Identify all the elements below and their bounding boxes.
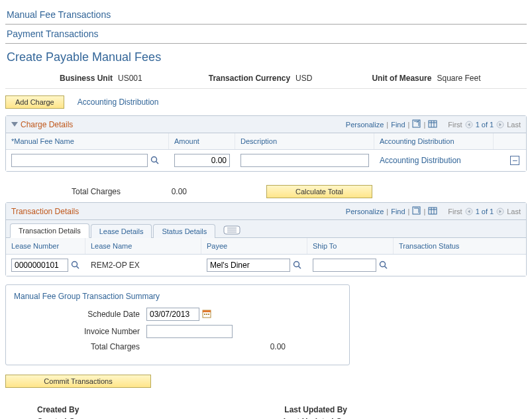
divider: [5, 88, 527, 89]
pager-prev-icon: [465, 121, 473, 129]
svg-rect-13: [429, 208, 437, 214]
schedule-date-input[interactable]: [146, 308, 199, 321]
pager-last: Last: [507, 121, 521, 129]
invoice-number-label: Invoice Number: [14, 327, 146, 336]
charge-row: Accounting Distribution −: [6, 150, 526, 171]
pager-counter: 1 of 1: [476, 208, 494, 215]
svg-line-30: [385, 267, 388, 269]
pager-last: Last: [507, 208, 521, 215]
uom-label: Unit of Measure: [372, 74, 431, 83]
lookup-icon[interactable]: [150, 156, 160, 165]
pager-counter: 1 of 1: [476, 121, 494, 129]
svg-point-25: [72, 262, 78, 267]
created-by-label: Created By: [37, 405, 79, 414]
col-amount[interactable]: Amount: [169, 133, 235, 149]
lease-name-value: REM2-OP EX: [91, 261, 140, 270]
lookup-icon[interactable]: [379, 261, 388, 270]
commit-transactions-button[interactable]: Commit Transactions: [5, 375, 151, 388]
lease-number-input[interactable]: [11, 259, 68, 272]
page-title: Create Payable Manual Fees: [7, 50, 525, 64]
total-charges-value-box: 0.00: [146, 342, 286, 351]
amount-input[interactable]: [174, 154, 230, 167]
lookup-icon[interactable]: [293, 261, 302, 270]
tab-status-details[interactable]: Status Details: [153, 224, 215, 238]
currency-label: Transaction Currency: [209, 74, 290, 83]
payee-input[interactable]: [207, 259, 290, 272]
col-accounting-distribution[interactable]: Accounting Distribution: [374, 133, 494, 149]
svg-rect-34: [206, 314, 207, 315]
summary-box-title: Manual Fee Group Transaction Summary: [14, 292, 341, 301]
schedule-date-label: Schedule Date: [14, 310, 146, 319]
pager-prev-icon: [465, 208, 473, 215]
col-lease-number[interactable]: Lease Number: [6, 238, 85, 254]
download-icon[interactable]: [428, 207, 437, 216]
svg-point-10: [152, 157, 157, 162]
manual-fee-transactions-link[interactable]: Manual Fee Transactions: [7, 9, 525, 20]
updated-by-label: Last Updated By: [284, 405, 347, 414]
currency-value: USD: [295, 74, 312, 83]
tab-transaction-details[interactable]: Transaction Details: [10, 223, 89, 238]
total-charges-value: 0.00: [147, 187, 187, 196]
svg-rect-2: [429, 121, 437, 127]
pager-first: First: [448, 121, 462, 129]
ship-to-input[interactable]: [313, 259, 376, 272]
charge-details-grid: Charge Details Personalize | Find | | Fi…: [5, 115, 527, 172]
find-link[interactable]: Find: [391, 208, 405, 215]
collapse-icon[interactable]: [11, 120, 18, 129]
charge-details-title: Charge Details: [21, 120, 73, 129]
download-icon[interactable]: [428, 120, 437, 129]
add-charge-button[interactable]: Add Charge: [5, 95, 64, 109]
description-input[interactable]: [240, 154, 369, 167]
pager-first: First: [448, 208, 462, 215]
zoom-icon[interactable]: [412, 206, 421, 216]
col-manual-fee-name[interactable]: *Manual Fee Name: [6, 133, 169, 149]
transaction-details-grid: Transaction Details Personalize | Find |…: [5, 202, 527, 276]
header-summary: Business Unit US001 Transaction Currency…: [5, 74, 527, 88]
find-link[interactable]: Find: [391, 121, 405, 129]
zoom-icon[interactable]: [412, 119, 421, 129]
svg-line-11: [156, 162, 159, 164]
svg-point-29: [380, 262, 386, 267]
calculate-total-button[interactable]: Calculate Total: [266, 185, 372, 198]
col-lease-name[interactable]: Lease Name: [85, 238, 201, 254]
manual-fee-group-summary: Manual Fee Group Transaction Summary Sch…: [5, 284, 350, 365]
col-transaction-status[interactable]: Transaction Status: [394, 238, 526, 254]
svg-line-26: [77, 267, 80, 269]
pager-next-icon: [496, 121, 504, 129]
show-all-columns-icon[interactable]: [223, 225, 240, 235]
uom-value: Square Feet: [437, 74, 480, 83]
invoice-number-input[interactable]: [146, 325, 233, 338]
accounting-distribution-link[interactable]: Accounting Distribution: [78, 97, 159, 107]
svg-rect-32: [203, 310, 211, 312]
col-description[interactable]: Description: [235, 133, 374, 149]
col-payee[interactable]: Payee: [201, 238, 307, 254]
personalize-link[interactable]: Personalize: [346, 208, 384, 215]
personalize-link[interactable]: Personalize: [346, 121, 384, 129]
transaction-details-title: Transaction Details: [11, 207, 79, 216]
svg-point-27: [294, 262, 299, 267]
tab-lease-details[interactable]: Lease Details: [91, 224, 152, 238]
accounting-distribution-row-link[interactable]: Accounting Distribution: [380, 156, 461, 165]
divider: [5, 24, 527, 25]
svg-rect-35: [208, 314, 209, 315]
business-unit-value: US001: [118, 74, 142, 83]
total-charges-label-box: Total Charges: [14, 342, 146, 351]
svg-line-28: [299, 267, 301, 269]
business-unit-label: Business Unit: [60, 74, 113, 83]
svg-rect-33: [204, 314, 205, 315]
transaction-row: REM2-OP EX: [6, 255, 526, 276]
delete-row-icon[interactable]: −: [510, 156, 519, 165]
pager-next-icon: [496, 208, 504, 215]
payment-transactions-link[interactable]: Payment Transactions: [7, 29, 525, 39]
divider: [5, 43, 527, 44]
total-charges-label: Total Charges: [72, 187, 121, 196]
svg-marker-0: [11, 122, 18, 127]
calendar-icon[interactable]: [202, 309, 211, 320]
col-ship-to[interactable]: Ship To: [307, 238, 394, 254]
lookup-icon[interactable]: [71, 261, 80, 270]
manual-fee-name-input[interactable]: [11, 154, 148, 167]
